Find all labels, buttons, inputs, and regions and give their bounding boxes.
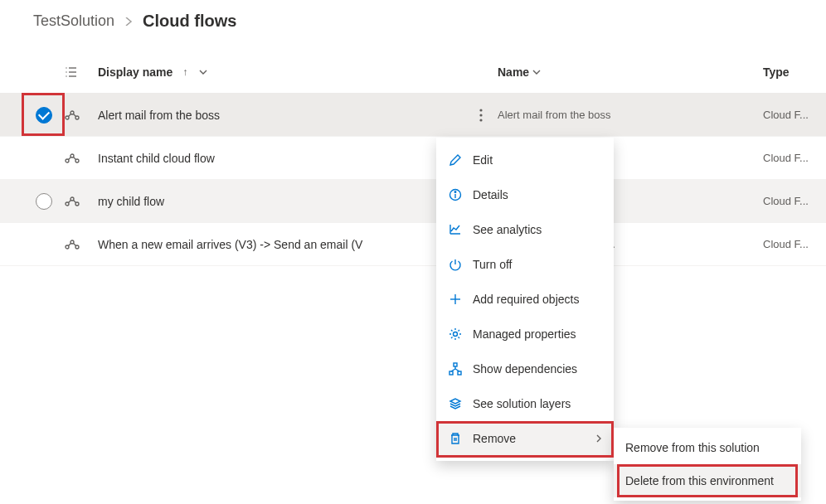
menu-item-turnoff[interactable]: Turn off (436, 247, 614, 282)
svg-point-9 (479, 109, 482, 111)
submenu-remove-from-solution[interactable]: Remove from this solution (614, 431, 801, 464)
menu-item-details[interactable]: Details (436, 177, 614, 212)
menu-item-show-dependencies[interactable]: Show dependencies (436, 351, 614, 386)
trash-icon (448, 431, 463, 446)
flow-icon (65, 153, 98, 164)
customize-columns-icon[interactable] (65, 65, 98, 79)
menu-item-edit[interactable]: Edit (436, 143, 614, 177)
svg-point-12 (66, 159, 69, 162)
svg-point-7 (70, 111, 74, 114)
more-actions-button[interactable] (471, 105, 491, 125)
dependencies-icon (448, 361, 463, 376)
svg-point-20 (75, 245, 79, 249)
flows-table: Display name ↑ Name Type Alert mail from… (0, 51, 826, 266)
svg-point-18 (66, 245, 69, 249)
context-menu: Edit Details See analytics Turn off Add … (436, 138, 614, 461)
power-icon (448, 257, 463, 272)
breadcrumb-current: Cloud flows (143, 12, 236, 31)
row-checkbox[interactable] (23, 107, 65, 124)
table-row[interactable]: Instant child cloud flow Cloud F... (0, 137, 826, 180)
row-display-name[interactable]: Alert mail from the boss (98, 109, 464, 122)
svg-rect-29 (458, 371, 461, 375)
svg-rect-28 (449, 371, 453, 375)
menu-label: Add required objects (473, 293, 579, 306)
svg-point-19 (70, 240, 74, 244)
flow-icon (65, 196, 98, 207)
svg-point-23 (454, 191, 456, 193)
svg-point-15 (66, 202, 69, 206)
menu-item-remove[interactable]: Remove (436, 421, 614, 456)
svg-point-26 (454, 332, 458, 337)
menu-label: See solution layers (473, 397, 571, 410)
row-checkbox[interactable] (23, 193, 65, 210)
gear-icon (448, 327, 463, 342)
table-row[interactable]: my child flow Cloud F... (0, 180, 826, 223)
svg-point-14 (75, 159, 79, 162)
breadcrumb-parent[interactable]: TestSolution (33, 12, 114, 30)
column-display-name[interactable]: Display name ↑ (98, 65, 464, 79)
flow-icon (65, 109, 98, 121)
plus-icon (448, 292, 463, 307)
table-header: Display name ↑ Name Type (0, 51, 826, 94)
menu-item-solution-layers[interactable]: See solution layers (436, 386, 614, 421)
column-type[interactable]: Type (763, 65, 826, 79)
chevron-down-icon[interactable] (532, 68, 541, 76)
chevron-right-icon (595, 434, 602, 443)
row-display-name[interactable]: my child flow (98, 195, 464, 208)
svg-point-10 (479, 114, 482, 116)
column-name[interactable]: Name (498, 65, 763, 79)
row-display-name[interactable]: Instant child cloud flow (98, 152, 464, 165)
analytics-icon (448, 222, 463, 237)
svg-point-8 (75, 116, 79, 119)
menu-label: Details (473, 188, 508, 201)
submenu-label: Remove from this solution (625, 441, 760, 454)
row-type: Cloud F... (763, 238, 826, 250)
row-type: Cloud F... (763, 195, 826, 207)
edit-icon (448, 153, 463, 167)
row-type: Cloud F... (763, 152, 826, 164)
menu-label: Show dependencies (473, 362, 577, 376)
menu-label: Remove (473, 432, 516, 445)
menu-label: Edit (473, 153, 493, 167)
menu-item-managed-properties[interactable]: Managed properties (436, 317, 614, 351)
layers-icon (448, 396, 463, 411)
table-row[interactable]: When a new email arrives (V3) -> Send an… (0, 223, 826, 266)
chevron-down-icon[interactable] (199, 68, 207, 76)
column-type-label: Type (763, 65, 790, 79)
table-row[interactable]: Alert mail from the boss Alert mail from… (0, 94, 826, 137)
menu-label: See analytics (473, 223, 542, 236)
column-name-label: Name (498, 65, 529, 79)
column-display-name-label: Display name (98, 65, 172, 79)
menu-label: Managed properties (473, 327, 576, 341)
breadcrumb: TestSolution Cloud flows (0, 0, 826, 51)
row-display-name[interactable]: When a new email arrives (V3) -> Send an… (98, 238, 464, 251)
row-type: Cloud F... (763, 109, 826, 121)
svg-point-17 (75, 202, 79, 206)
submenu-delete-from-environment[interactable]: Delete from this environment (614, 464, 801, 497)
menu-item-analytics[interactable]: See analytics (436, 212, 614, 247)
svg-point-6 (66, 116, 69, 119)
svg-point-16 (70, 197, 74, 201)
menu-item-add-required[interactable]: Add required objects (436, 282, 614, 317)
svg-rect-27 (454, 363, 457, 366)
menu-label: Turn off (473, 258, 512, 271)
remove-submenu: Remove from this solution Delete from th… (614, 428, 801, 501)
sort-ascending-icon: ↑ (182, 66, 187, 78)
submenu-label: Delete from this environment (625, 474, 774, 487)
row-name: Alert mail from the boss (498, 109, 763, 121)
svg-point-11 (479, 119, 482, 121)
info-icon (448, 187, 463, 202)
chevron-right-icon (124, 17, 133, 26)
svg-point-13 (70, 154, 74, 158)
flow-icon (65, 239, 98, 250)
